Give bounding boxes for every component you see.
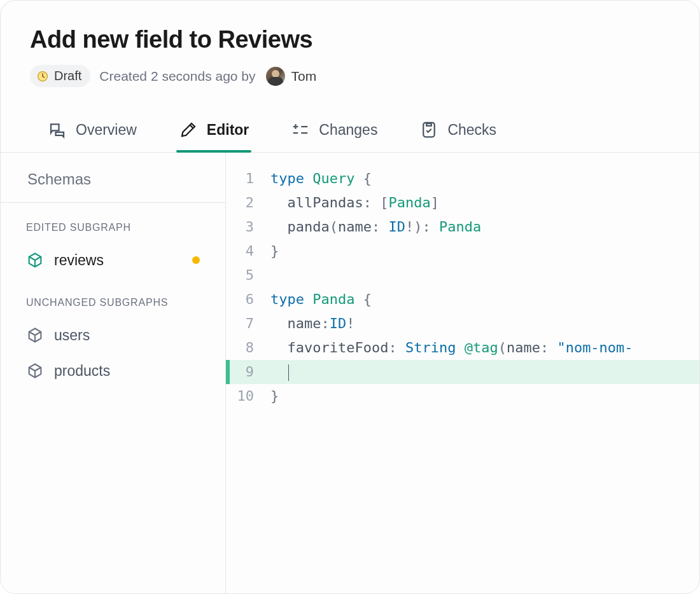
code-content[interactable]: type Query {	[270, 167, 699, 191]
tabs: Overview Editor Changes Checks	[1, 100, 699, 153]
code-line[interactable]: 3 panda(name: ID!): Panda	[226, 215, 699, 239]
code-line[interactable]: 4}	[226, 239, 699, 263]
code-content[interactable]: }	[270, 239, 699, 263]
code-line[interactable]: 9	[226, 360, 699, 384]
clock-icon	[36, 70, 49, 83]
sidebar: Schemas EDITED SUBGRAPH reviews UNCHANGE…	[1, 153, 226, 593]
tab-overview[interactable]: Overview	[45, 111, 139, 152]
status-label: Draft	[54, 69, 81, 83]
line-number: 10	[226, 384, 270, 408]
code-content[interactable]	[270, 360, 699, 384]
line-number: 5	[226, 263, 270, 287]
code-line[interactable]: 5	[226, 263, 699, 287]
tab-label: Editor	[207, 121, 249, 139]
tab-label: Checks	[447, 121, 496, 139]
tab-checks[interactable]: Checks	[417, 111, 499, 152]
tab-label: Overview	[76, 121, 137, 139]
sidebar-item-users[interactable]: users	[1, 317, 225, 353]
code-line[interactable]: 1type Query {	[226, 167, 699, 191]
tab-editor[interactable]: Editor	[176, 111, 251, 152]
line-number: 4	[226, 239, 270, 263]
page-title: Add new field to Reviews	[30, 26, 670, 53]
schema-name: products	[54, 363, 110, 380]
line-number: 2	[226, 191, 270, 215]
text-cursor	[288, 364, 289, 381]
editor-icon	[179, 120, 198, 139]
schema-name: users	[54, 327, 90, 344]
code-content[interactable]: type Panda {	[270, 287, 699, 312]
code-line[interactable]: 7 name:ID!	[226, 312, 699, 336]
overview-icon	[48, 120, 67, 139]
line-number: 7	[226, 312, 270, 336]
code-content[interactable]: favoriteFood: String @tag(name: "nom-nom…	[270, 336, 699, 360]
schemas-title: Schemas	[1, 168, 225, 203]
code-content[interactable]: }	[270, 384, 699, 408]
cube-icon	[26, 326, 44, 344]
sidebar-item-reviews[interactable]: reviews	[1, 242, 225, 278]
cube-icon	[26, 251, 44, 269]
sidebar-item-products[interactable]: products	[1, 353, 225, 389]
checks-icon	[419, 120, 438, 139]
code-content[interactable]: allPandas: [Panda]	[270, 191, 699, 215]
line-number: 3	[226, 215, 270, 239]
author-name: Tom	[291, 69, 317, 84]
changes-icon	[291, 120, 310, 139]
line-number: 1	[226, 167, 270, 191]
status-badge: Draft	[30, 65, 90, 87]
group-edited-label: EDITED SUBGRAPH	[1, 203, 225, 242]
code-line[interactable]: 6type Panda {	[226, 287, 699, 312]
modified-dot-icon	[192, 256, 200, 264]
code-content[interactable]: name:ID!	[270, 312, 699, 336]
schema-name: reviews	[54, 252, 104, 269]
cube-icon	[26, 362, 44, 380]
line-number: 6	[226, 287, 270, 312]
svg-rect-1	[424, 123, 435, 137]
tab-changes[interactable]: Changes	[288, 111, 380, 152]
line-number: 8	[226, 336, 270, 360]
code-content[interactable]: panda(name: ID!): Panda	[270, 215, 699, 239]
line-number: 9	[226, 360, 270, 384]
code-line[interactable]: 8 favoriteFood: String @tag(name: "nom-n…	[226, 336, 699, 360]
code-line[interactable]: 2 allPandas: [Panda]	[226, 191, 699, 215]
code-line[interactable]: 10}	[226, 384, 699, 408]
code-editor[interactable]: 1type Query {2 allPandas: [Panda]3 panda…	[226, 153, 699, 593]
created-text: Created 2 seconds ago by	[99, 69, 255, 84]
group-unchanged-label: UNCHANGED SUBGRAPHS	[1, 278, 225, 317]
avatar	[266, 67, 285, 86]
meta-row: Draft Created 2 seconds ago by Tom	[30, 65, 670, 87]
tab-label: Changes	[319, 121, 377, 139]
